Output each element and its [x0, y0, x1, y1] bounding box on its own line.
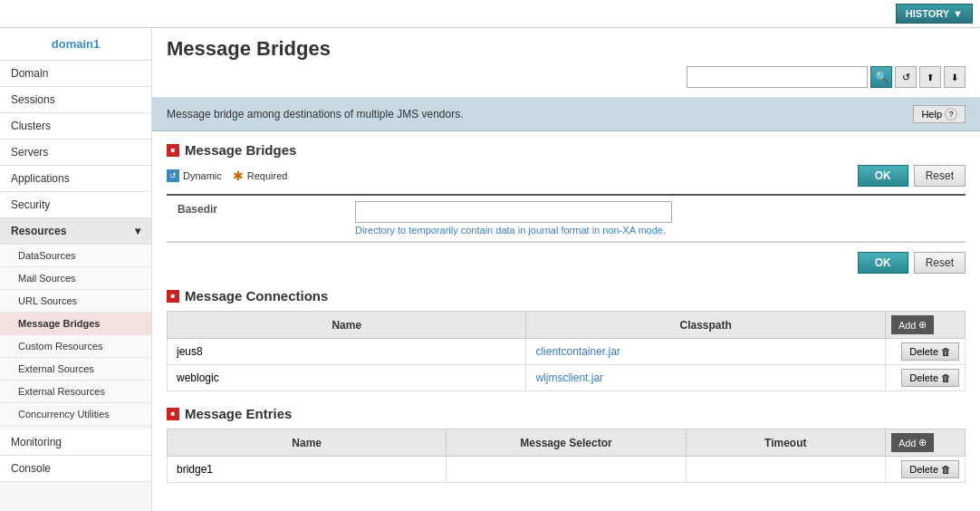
toolbar-export2-btn[interactable]: ⬇ — [944, 66, 966, 88]
sidebar-sub-concurrency-utilities[interactable]: Concurrency Utilities — [0, 403, 151, 426]
sidebar-item-domain[interactable]: Domain — [0, 61, 151, 87]
entries-col-selector: Message Selector — [447, 429, 686, 457]
legend-required: Required — [247, 170, 288, 181]
connections-add-icon: ⊕ — [918, 319, 927, 331]
sidebar-item-resources[interactable]: Resources ▾ — [0, 218, 151, 245]
sidebar-sub-custom-resources[interactable]: Custom Resources — [0, 335, 151, 358]
basedir-label: Basedir — [167, 196, 348, 223]
entry-row1-actions: Delete 🗑 — [885, 457, 965, 483]
entry-delete-icon: 🗑 — [941, 464, 951, 475]
sidebar-sub-mail-sources[interactable]: Mail Sources — [0, 267, 151, 290]
toolbar-refresh-btn[interactable]: ↺ — [895, 66, 917, 88]
info-text: Message bridge among destinations of mul… — [167, 108, 464, 121]
reset-button-top[interactable]: Reset — [914, 165, 966, 187]
bridges-section-title: Message Bridges — [185, 142, 296, 158]
sidebar-item-applications[interactable]: Applications — [0, 166, 151, 192]
toolbar-export1-btn[interactable]: ⬆ — [919, 66, 941, 88]
delete-icon-2: 🗑 — [941, 372, 951, 383]
sidebar-item-clusters[interactable]: Clusters — [0, 113, 151, 140]
bridges-section-icon: ■ — [167, 144, 179, 157]
dynamic-icon: ↺ — [167, 169, 179, 182]
required-icon: ✱ — [233, 169, 244, 183]
basedir-help: Directory to temporarily contain data in… — [355, 225, 958, 236]
sidebar-sub-external-resources[interactable]: External Resources — [0, 381, 151, 403]
entry-row1-name: bridge1 — [168, 457, 447, 483]
connection-row2-delete-button[interactable]: Delete 🗑 — [901, 369, 959, 387]
history-label: HISTORY — [906, 8, 949, 19]
connections-add-button[interactable]: Add ⊕ — [891, 315, 935, 334]
help-button[interactable]: Help ? — [913, 105, 966, 123]
entries-section-title: Message Entries — [185, 406, 292, 421]
entries-section-icon: ■ — [167, 408, 179, 420]
delete-label: Delete — [909, 346, 938, 357]
sidebar-item-security[interactable]: Security — [0, 192, 151, 218]
entries-col-name: Name — [168, 429, 447, 457]
connections-col-name: Name — [168, 312, 526, 339]
connection-row2-classpath: wljmsclient.jar — [526, 365, 885, 391]
reset-button-bottom[interactable]: Reset — [914, 252, 966, 274]
delete-label-2: Delete — [909, 372, 938, 383]
resources-label: Resources — [11, 225, 66, 237]
connection-row1-actions: Delete 🗑 — [885, 339, 965, 365]
table-row: weblogic wljmsclient.jar Delete 🗑 — [168, 365, 966, 391]
ok-button-bottom[interactable]: OK — [858, 252, 908, 274]
sidebar-sub-url-sources[interactable]: URL Sources — [0, 290, 151, 313]
delete-icon: 🗑 — [941, 346, 951, 357]
table-row: bridge1 Delete 🗑 — [168, 457, 966, 483]
table-row: jeus8 clientcontainer.jar Delete 🗑 — [168, 339, 966, 365]
connection-row2-actions: Delete 🗑 — [885, 365, 965, 391]
connections-table: Name Classpath Add ⊕ jeu — [167, 311, 966, 391]
connection-row1-name: jeus8 — [168, 339, 526, 365]
entries-add-label: Add — [898, 438, 917, 448]
sidebar-sub-external-sources[interactable]: External Sources — [0, 358, 151, 381]
help-label: Help — [921, 109, 942, 120]
sidebar-sub-message-bridges[interactable]: Message Bridges — [0, 313, 151, 335]
sidebar-item-servers[interactable]: Servers — [0, 140, 151, 166]
connection-row1-classpath: clientcontainer.jar — [526, 339, 885, 365]
ok-button-top[interactable]: OK — [858, 165, 908, 187]
entry-row1-selector — [447, 457, 686, 483]
search-input[interactable] — [687, 66, 868, 88]
entry-delete-label: Delete — [909, 464, 938, 475]
history-button[interactable]: HISTORY ▼ — [896, 4, 973, 24]
entries-add-icon: ⊕ — [918, 437, 927, 448]
entry-row1-timeout — [686, 457, 885, 483]
sidebar-sub-datasources[interactable]: DataSources — [0, 245, 151, 267]
sidebar-item-monitoring[interactable]: Monitoring — [0, 429, 151, 456]
connection-row1-delete-button[interactable]: Delete 🗑 — [901, 342, 959, 361]
sidebar-item-sessions[interactable]: Sessions — [0, 87, 151, 113]
history-arrow-icon: ▼ — [953, 8, 963, 19]
connections-section-icon: ■ — [167, 290, 179, 303]
connection-row2-name: weblogic — [168, 365, 526, 391]
sidebar-item-console[interactable]: Console — [0, 456, 151, 482]
resources-expand-icon: ▾ — [135, 225, 140, 237]
connections-section-title: Message Connections — [185, 288, 328, 304]
basedir-input[interactable] — [355, 201, 672, 223]
sidebar-domain[interactable]: domain1 — [0, 28, 151, 61]
entries-col-timeout: Timeout — [686, 429, 885, 457]
entries-add-button[interactable]: Add ⊕ — [891, 433, 935, 452]
page-title: Message Bridges — [167, 37, 966, 61]
connections-add-label: Add — [898, 320, 917, 331]
legend-dynamic: Dynamic — [183, 170, 222, 181]
search-button[interactable]: 🔍 — [870, 66, 892, 88]
connections-col-classpath: Classpath — [526, 312, 885, 339]
entries-table: Name Message Selector Timeout Add ⊕ — [167, 429, 966, 483]
help-icon: ? — [945, 108, 957, 121]
entry-row1-delete-button[interactable]: Delete 🗑 — [901, 460, 959, 478]
